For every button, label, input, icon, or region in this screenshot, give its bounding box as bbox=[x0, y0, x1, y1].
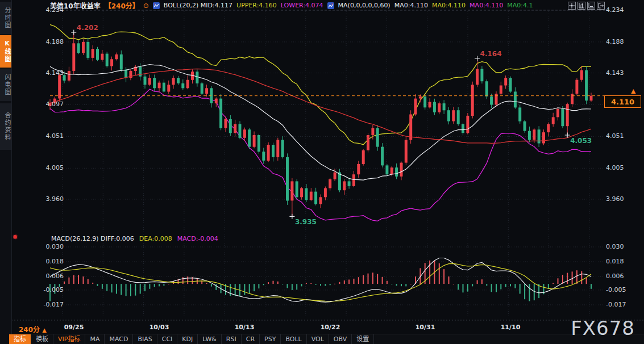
crosshair-marker-icon bbox=[475, 56, 480, 61]
price-marker-label: 4.053 bbox=[570, 137, 592, 145]
candles bbox=[49, 32, 593, 217]
price-axis-label-right: 4.143 bbox=[606, 69, 641, 77]
macd-axis-label-right: -0.005 bbox=[606, 286, 641, 293]
toolbar-button-BOLL[interactable]: BOLL bbox=[281, 334, 306, 344]
fx678-watermark: FX678 bbox=[571, 317, 635, 339]
chart-type-sidebar: 分时图K线图闪电图合约资料 bbox=[0, 0, 12, 344]
macd-axis-label-left: 0.018 bbox=[33, 258, 64, 265]
trading-chart-window: 4.2024.1643.9354.053 分时图K线图闪电图合约资料 美债10年… bbox=[0, 0, 644, 344]
indicator-toolbar: 指标模板VIP指标MAMACDBIASCCIKDJLW&RSICRPSYBOLL… bbox=[9, 334, 644, 344]
price-marker-label: 4.202 bbox=[77, 24, 98, 32]
price-axis-label-left: 4.234 bbox=[33, 6, 64, 14]
x-axis-date: 11/10 bbox=[495, 324, 526, 331]
macd-axis-label-right: 0.030 bbox=[606, 243, 641, 250]
candlestick-chart[interactable]: 4.2024.1643.9354.053 bbox=[0, 0, 644, 344]
price-axis-label-right: 4.005 bbox=[606, 164, 641, 171]
sidebar-item-0[interactable]: 分时图 bbox=[0, 2, 11, 34]
ma-value-2: MA0:4.110 bbox=[470, 2, 503, 9]
price-axis-label-left: 4.005 bbox=[33, 164, 64, 171]
ma-value-3: MA0:4.1 bbox=[507, 2, 533, 9]
x-axis-date: 10/13 bbox=[228, 324, 260, 331]
x-axis-date: 10/31 bbox=[409, 324, 441, 331]
price-pin-icon: ▲ bbox=[631, 87, 635, 95]
toolbar-button-LW&[interactable]: LW& bbox=[198, 334, 222, 344]
toolbar-button-RSI[interactable]: RSI bbox=[222, 334, 242, 344]
toolbar-button-VIP指标[interactable]: VIP指标 bbox=[53, 334, 85, 344]
price-marker-label: 3.935 bbox=[295, 218, 317, 226]
toolbar-button-设置[interactable]: 设置 bbox=[352, 334, 374, 344]
macd-marker-icon: ✹ bbox=[12, 233, 18, 241]
x-axis-date: 09/25 bbox=[58, 324, 90, 331]
macd-value-readout: MACD:-0.004 bbox=[177, 235, 218, 242]
boll-readout: BOLL(20,2) MID:4.117 bbox=[164, 2, 232, 9]
macd-axis-label-right: 0.006 bbox=[606, 272, 641, 280]
extreme-markers: 4.2024.1643.9354.053 bbox=[71, 24, 592, 226]
price-marker-label: 4.164 bbox=[480, 50, 502, 58]
macd-axis-label-right: -0.017 bbox=[606, 301, 641, 308]
ma-values-readout: MA0:4.110MA0:4.110MA0:4.110MA0:4.1 bbox=[394, 2, 537, 9]
ma-value-0: MA0:4.110 bbox=[394, 2, 428, 9]
macd-axis-label-left: -0.017 bbox=[33, 301, 64, 308]
period-arrow-icon: ▲ bbox=[42, 327, 47, 333]
toolbar-button-MA[interactable]: MA bbox=[85, 334, 105, 344]
current-price-badge: 4.110 bbox=[604, 95, 641, 108]
crosshair-mode-icon[interactable] bbox=[568, 2, 576, 10]
period-selector[interactable]: 240分 ▲ bbox=[19, 324, 47, 334]
toolbar-button-模板[interactable]: 模板 bbox=[31, 334, 53, 344]
exit-chart-icon[interactable] bbox=[597, 2, 605, 10]
price-axis-label-right: 4.188 bbox=[606, 38, 641, 45]
toolbar-button-指标[interactable]: 指标 bbox=[9, 334, 31, 344]
price-axis-label-right: 3.960 bbox=[606, 195, 641, 203]
toolbar-button-CR[interactable]: CR bbox=[242, 334, 260, 344]
price-axis-label-right: 4.051 bbox=[606, 132, 641, 140]
price-axis-label-right: 4.234 bbox=[606, 6, 641, 14]
period-badge[interactable]: 【240分】 bbox=[105, 1, 139, 10]
ma-group-readout: MA(0,0,0,0,0,60) bbox=[338, 2, 390, 9]
toolbar-button-CCI[interactable]: CCI bbox=[157, 334, 178, 344]
sidebar-item-3[interactable]: 合约资料 bbox=[0, 103, 11, 150]
sidebar-item-2[interactable]: 闪电图 bbox=[0, 69, 11, 101]
macd-axis-label-left: -0.005 bbox=[33, 286, 64, 293]
price-axis-label-left: 4.188 bbox=[33, 38, 64, 45]
chart-tools bbox=[568, 2, 605, 10]
toolbar-button-VOL[interactable]: VOL bbox=[307, 334, 329, 344]
boll-indicator-icon[interactable] bbox=[153, 2, 160, 9]
toolbar-button-OBV[interactable]: OBV bbox=[329, 334, 352, 344]
crosshair-marker-icon bbox=[289, 214, 294, 219]
boll-lower-readout: LOWER:4.074 bbox=[281, 2, 323, 9]
x-axis-date: 10/03 bbox=[143, 324, 175, 331]
toolbar-button-MACD[interactable]: MACD bbox=[105, 334, 133, 344]
macd-histogram bbox=[49, 261, 592, 301]
ma-indicator-icon[interactable] bbox=[327, 2, 334, 9]
toolbar-button-PSY[interactable]: PSY bbox=[260, 334, 281, 344]
dea-readout: DEA:0.008 bbox=[139, 235, 172, 242]
crosshair-marker-icon bbox=[71, 30, 76, 35]
sidebar-item-1[interactable]: K线图 bbox=[0, 35, 11, 68]
price-axis-label-left: 4.097 bbox=[33, 100, 64, 108]
macd-axis-label-left: 0.030 bbox=[33, 243, 64, 250]
boll-upper-readout: UPPER:4.160 bbox=[236, 2, 277, 9]
y-axis-scale-icon[interactable] bbox=[577, 2, 585, 10]
macd-axis-label-right: 0.018 bbox=[606, 258, 641, 265]
price-axis-label-left: 4.051 bbox=[33, 132, 64, 140]
chart-header: 美债10年收益率 【240分】 ⊖ BOLL(20,2) MID:4.117 U… bbox=[50, 1, 537, 10]
toolbar-button-KDJ[interactable]: KDJ bbox=[177, 334, 198, 344]
price-axis-label-left: 4.143 bbox=[33, 69, 64, 77]
price-axis-label-left: 3.960 bbox=[33, 195, 64, 203]
x-axis-scale-icon[interactable] bbox=[587, 2, 595, 10]
x-axis-date: 10/22 bbox=[314, 324, 346, 331]
collapse-minus-icon[interactable]: ⊖ bbox=[143, 3, 149, 9]
macd-readout: MACD(26,12,9) DIFF:0.006 bbox=[51, 235, 134, 242]
macd-header: MACD(26,12,9) DIFF:0.006 DEA:0.008 MACD:… bbox=[51, 235, 218, 242]
boll-bands bbox=[50, 24, 591, 221]
ma-value-1: MA0:4.110 bbox=[432, 2, 466, 9]
macd-axis-label-left: 0.006 bbox=[33, 272, 64, 280]
toolbar-button-BIAS[interactable]: BIAS bbox=[133, 334, 157, 344]
